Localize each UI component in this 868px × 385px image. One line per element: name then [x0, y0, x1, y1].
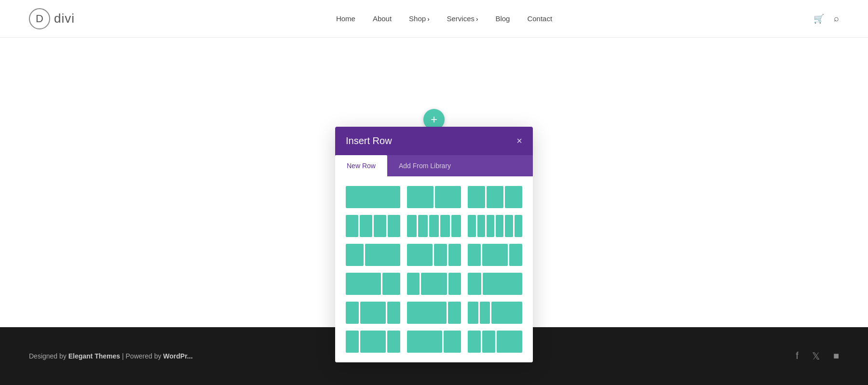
- twitter-icon[interactable]: 𝕏: [812, 350, 820, 362]
- logo-circle: D: [29, 8, 50, 29]
- layout-1col[interactable]: [346, 186, 400, 208]
- layout-1-2-1[interactable]: [407, 273, 461, 295]
- modal-body: [335, 176, 533, 362]
- nav-item-about[interactable]: About: [373, 14, 392, 23]
- main-area: Designed by Elegant Themes | Powered by …: [0, 38, 868, 385]
- layout-partial-2[interactable]: [407, 331, 461, 353]
- nav-item-contact[interactable]: Contact: [527, 14, 552, 23]
- modal-tabs: New Row Add From Library: [335, 155, 533, 176]
- cart-icon[interactable]: 🛒: [814, 13, 824, 24]
- layout-5col[interactable]: [407, 215, 461, 237]
- insert-row-modal: Insert Row × New Row Add From Library: [335, 127, 533, 362]
- logo-text: divi: [54, 11, 75, 26]
- nav-icon-group: 🛒 ⌕: [814, 13, 839, 24]
- nav-item-shop[interactable]: Shop: [409, 14, 429, 23]
- layout-2col-equal[interactable]: [407, 186, 461, 208]
- layout-2-1-1[interactable]: [407, 244, 461, 266]
- layout-narrow-wide[interactable]: [468, 302, 522, 324]
- navigation: D divi Home About Shop Services Blog Con…: [0, 0, 868, 38]
- instagram-icon[interactable]: ■: [833, 350, 839, 362]
- layout-3col-equal[interactable]: [468, 186, 522, 208]
- layout-partial-1[interactable]: [346, 331, 400, 353]
- footer-text: Designed by Elegant Themes | Powered by …: [29, 352, 193, 360]
- plus-icon: +: [431, 113, 437, 126]
- logo[interactable]: D divi: [29, 8, 75, 29]
- layout-6col[interactable]: [468, 215, 522, 237]
- tab-add-from-library[interactable]: Add From Library: [387, 155, 462, 176]
- layout-4col[interactable]: [346, 215, 400, 237]
- tab-new-row[interactable]: New Row: [335, 155, 387, 176]
- modal-title: Insert Row: [346, 135, 392, 146]
- layout-1-1-2[interactable]: [468, 244, 522, 266]
- layout-partial-3[interactable]: [468, 331, 522, 353]
- facebook-icon[interactable]: f: [796, 350, 799, 362]
- nav-item-services[interactable]: Services: [447, 14, 478, 23]
- nav-item-home[interactable]: Home: [336, 14, 355, 23]
- nav-links: Home About Shop Services Blog Contact: [336, 14, 552, 23]
- modal-close-button[interactable]: ×: [516, 135, 522, 146]
- layout-wide-narrow[interactable]: [407, 302, 461, 324]
- layout-2-1[interactable]: [346, 273, 400, 295]
- search-icon[interactable]: ⌕: [834, 13, 839, 24]
- layout-1-3[interactable]: [468, 273, 522, 295]
- footer-social: f 𝕏 ■: [796, 350, 839, 362]
- layout-grid: [346, 186, 522, 353]
- logo-letter: D: [36, 13, 43, 25]
- nav-item-blog[interactable]: Blog: [495, 14, 510, 23]
- layout-1-2[interactable]: [346, 244, 400, 266]
- modal-header: Insert Row ×: [335, 127, 533, 155]
- layout-3-1[interactable]: [346, 302, 400, 324]
